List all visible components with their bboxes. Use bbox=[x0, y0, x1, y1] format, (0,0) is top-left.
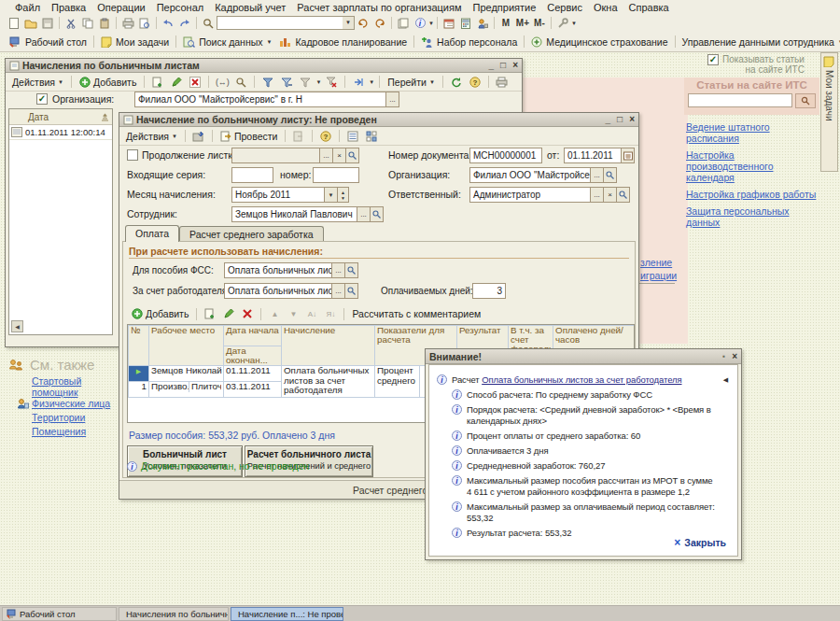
cell-indicator[interactable]: Процент среднего bbox=[375, 366, 420, 398]
memory-button[interactable]: M bbox=[497, 16, 514, 31]
minimize-button[interactable]: _ bbox=[606, 114, 611, 125]
org-select-button[interactable]: ... bbox=[590, 167, 604, 183]
its-search-input[interactable] bbox=[688, 93, 792, 107]
wrench-icon[interactable] bbox=[554, 16, 571, 31]
attention-close-button[interactable]: × Закрыть bbox=[674, 537, 726, 548]
fss-field[interactable]: Оплата больничных листов bbox=[224, 262, 332, 278]
series-field[interactable] bbox=[231, 167, 273, 183]
col-header-accrual[interactable]: Начисление bbox=[282, 326, 375, 366]
menu-hr-accounting[interactable]: Кадровый учет bbox=[209, 1, 291, 14]
continuation-clear-button[interactable]: × bbox=[332, 148, 346, 163]
its-link-calendar[interactable]: Настройка производственного календаря bbox=[686, 149, 822, 183]
save-icon[interactable] bbox=[39, 16, 56, 31]
continuation-field[interactable] bbox=[231, 148, 320, 163]
continuation-checkbox[interactable] bbox=[127, 149, 138, 161]
doc-date-field[interactable]: 01.11.2011 bbox=[564, 148, 622, 163]
my-tasks-button[interactable]: Мои задачи bbox=[97, 35, 173, 49]
month-dropdown-button[interactable]: ▼ bbox=[324, 187, 338, 203]
desktop-button[interactable]: Рабочий стол bbox=[6, 35, 91, 49]
med-insurance-button[interactable]: Медицинское страхование bbox=[527, 35, 671, 49]
menu-edit[interactable]: Правка bbox=[46, 1, 91, 14]
minimize-button[interactable]: _ bbox=[489, 60, 495, 71]
my-tasks-side-tab[interactable]: Мои задачи bbox=[820, 52, 838, 172]
see-also-link-individuals[interactable]: Физические лица bbox=[32, 398, 110, 409]
accrual-document-titlebar[interactable]: Начисление по больничному листу: Не пров… bbox=[119, 113, 638, 127]
memory-minus-button[interactable]: M- bbox=[531, 16, 548, 31]
search-icon[interactable] bbox=[200, 16, 217, 31]
search-list-icon[interactable] bbox=[232, 75, 249, 90]
actions-button[interactable]: Действия▼ bbox=[123, 130, 180, 143]
its-link-schedules[interactable]: Настройка графиков работы bbox=[686, 189, 822, 200]
col-header-num[interactable]: № bbox=[129, 326, 149, 366]
collapse-marker-icon[interactable]: ◀ bbox=[723, 374, 728, 386]
continuation-select-button[interactable]: ... bbox=[319, 148, 333, 163]
chevron-down-icon[interactable]: ▼ bbox=[315, 79, 321, 85]
cell-workplace-split[interactable]: Произво... Плиточн... bbox=[149, 382, 224, 398]
cell-employee[interactable]: Земцов Николай Па... bbox=[149, 366, 224, 382]
clipped-link-line2[interactable]: играции bbox=[640, 269, 677, 282]
post-disabled-icon[interactable] bbox=[290, 129, 307, 144]
delete-icon[interactable] bbox=[187, 75, 203, 90]
org-filter-select-button[interactable]: ... bbox=[385, 92, 399, 107]
employee-select-button[interactable]: ... bbox=[357, 206, 371, 222]
responsible-clear-button[interactable]: × bbox=[603, 187, 617, 203]
responsible-select-button[interactable]: ... bbox=[590, 187, 604, 203]
cut-icon[interactable] bbox=[63, 16, 79, 31]
its-search-button[interactable] bbox=[795, 93, 816, 108]
post-button[interactable]: Провести bbox=[217, 130, 280, 143]
org-field[interactable]: Филиал ООО "Майстройсервис bbox=[469, 167, 591, 183]
menu-help[interactable]: Справка bbox=[623, 1, 675, 14]
cell-date-start[interactable]: 01.11.2011 bbox=[224, 366, 282, 382]
attention-titlebar[interactable]: Внимание! ▪ × bbox=[426, 349, 741, 364]
info-icon[interactable]: i bbox=[412, 16, 428, 31]
save-icon[interactable] bbox=[190, 129, 207, 144]
scroll-left-button[interactable]: ◀ bbox=[11, 320, 23, 332]
calendar-icon[interactable] bbox=[441, 16, 457, 31]
fss-select-button[interactable]: ... bbox=[331, 262, 345, 278]
memory-plus-button[interactable]: M+ bbox=[514, 16, 531, 31]
employee-open-button[interactable] bbox=[370, 206, 384, 222]
org-filter-field[interactable]: Филиал ООО "Майстройсервис" в г. Н bbox=[134, 92, 386, 107]
structure-icon[interactable] bbox=[344, 129, 361, 144]
output-list-icon[interactable] bbox=[350, 75, 367, 90]
add-copy-icon[interactable] bbox=[149, 75, 166, 90]
menu-file[interactable]: Файл bbox=[9, 1, 46, 14]
grid-move-up-icon[interactable]: ▲ bbox=[266, 306, 283, 321]
cell-row-number[interactable]: 1 bbox=[129, 382, 149, 398]
accruals-list-titlebar[interactable]: Начисления по больничным листам _ □ × bbox=[6, 59, 522, 73]
its-link-staffing[interactable]: Ведение штатного расписания bbox=[686, 121, 822, 144]
filter-settings-icon[interactable] bbox=[259, 75, 276, 90]
responsible-field[interactable]: Администратор bbox=[469, 187, 591, 203]
menu-personnel[interactable]: Персонал bbox=[151, 1, 210, 14]
print-icon[interactable] bbox=[494, 75, 511, 90]
taskbar-desktop-button[interactable]: Рабочий стол bbox=[2, 607, 117, 621]
employer-select-button[interactable]: ... bbox=[331, 283, 345, 299]
number-field[interactable] bbox=[313, 167, 359, 183]
maximize-button[interactable]: □ bbox=[617, 114, 623, 125]
help-icon[interactable]: ? bbox=[317, 129, 334, 144]
grid-add-copy-icon[interactable] bbox=[202, 306, 218, 321]
find-prev-icon[interactable] bbox=[371, 16, 388, 31]
current-row-cell[interactable]: ▶ bbox=[129, 366, 149, 382]
month-field[interactable]: Ноябрь 2011 bbox=[231, 187, 325, 203]
date-column-header[interactable]: Дата bbox=[28, 112, 49, 122]
fss-open-button[interactable] bbox=[344, 262, 358, 278]
filter-history-icon[interactable] bbox=[297, 75, 314, 90]
col-header-date-start[interactable]: Дата начала bbox=[224, 326, 282, 346]
add-button[interactable]: Добавить bbox=[77, 76, 139, 89]
grid-edit-icon[interactable] bbox=[220, 306, 237, 321]
actions-button[interactable]: Действия▼ bbox=[9, 76, 66, 89]
grid-sort-desc-icon[interactable]: Я↓ bbox=[322, 306, 339, 321]
see-also-link-territories[interactable]: Территории bbox=[32, 412, 124, 423]
maximize-button[interactable]: □ bbox=[500, 60, 506, 71]
undo-icon[interactable] bbox=[160, 16, 176, 31]
refresh-icon[interactable] bbox=[448, 75, 465, 90]
recruitment-button[interactable]: Набор персонала bbox=[417, 35, 521, 49]
find-next-icon[interactable] bbox=[355, 16, 371, 31]
accruals-list-header[interactable]: Дата bbox=[9, 109, 112, 125]
col-header-workplace[interactable]: Рабочее место bbox=[149, 326, 224, 366]
menu-operations[interactable]: Операции bbox=[91, 1, 150, 14]
tab-average-earnings[interactable]: Расчет среднего заработка bbox=[179, 226, 324, 242]
employer-open-button[interactable] bbox=[344, 283, 358, 299]
filter-clear-icon[interactable] bbox=[323, 75, 340, 90]
